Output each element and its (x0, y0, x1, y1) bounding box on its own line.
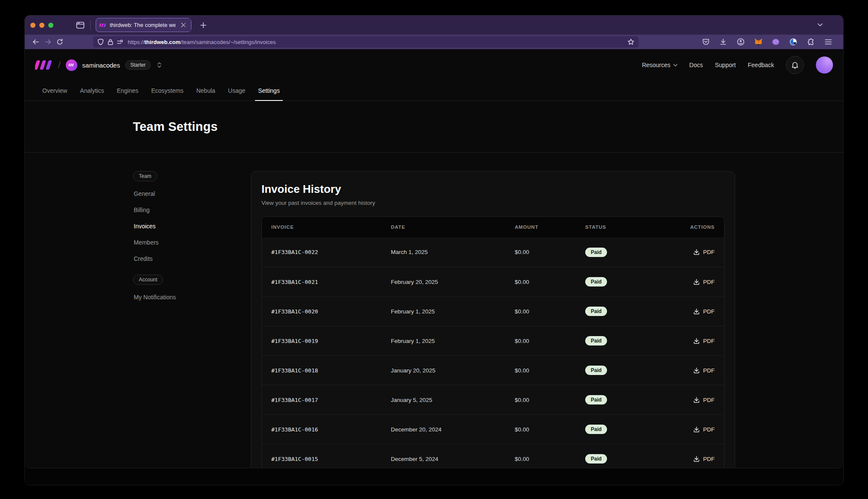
firefox-view-icon[interactable] (74, 19, 87, 32)
forward-icon[interactable] (42, 36, 54, 47)
sidebar-item-invoices[interactable]: Invoices (133, 218, 251, 234)
tracking-protection-shield-icon[interactable] (97, 38, 104, 45)
invoice-amount: $0.00 (505, 308, 576, 315)
sidebar-section-account: Account (133, 275, 163, 285)
invoice-status-cell: Paid (576, 336, 669, 345)
pocket-icon[interactable] (700, 36, 711, 47)
window-controls (30, 23, 53, 28)
invoice-amount: $0.00 (505, 249, 576, 255)
thirdweb-logo[interactable] (35, 60, 53, 70)
invoice-id: #1F33BA1C-0022 (262, 249, 381, 255)
menu-hamburger-icon[interactable] (823, 36, 834, 47)
pdf-label: PDF (703, 367, 715, 374)
connection-secure-lock-icon[interactable] (108, 39, 113, 45)
invoice-date: March 1, 2025 (381, 249, 505, 255)
card-subtitle: View your past invoices and payment hist… (261, 200, 724, 206)
support-link[interactable]: Support (715, 62, 736, 68)
extensions-puzzle-icon[interactable] (805, 36, 816, 47)
reload-icon[interactable] (54, 36, 66, 47)
invoice-date: February 1, 2025 (381, 308, 505, 315)
invoice-status-cell: Paid (576, 425, 669, 434)
browser-toolbar: https://thirdweb.com/team/saminacodes/~/… (25, 35, 843, 49)
invoice-actions-cell: PDF (693, 249, 724, 255)
download-pdf-button[interactable]: PDF (693, 426, 715, 433)
download-pdf-button[interactable]: PDF (693, 249, 715, 255)
sidebar-item-my-notifications[interactable]: My Notifications (133, 289, 251, 305)
download-pdf-button[interactable]: PDF (693, 456, 715, 462)
metamask-extension-icon[interactable] (753, 36, 764, 47)
pdf-label: PDF (703, 249, 715, 255)
new-tab-icon[interactable] (197, 19, 209, 31)
team-switcher-chevrons-icon[interactable] (156, 61, 163, 69)
support-label: Support (715, 62, 736, 68)
minimize-window-button[interactable] (39, 23, 44, 28)
download-pdf-button[interactable]: PDF (693, 338, 715, 344)
zoom-window-button[interactable] (48, 23, 53, 28)
notifications-bell-icon[interactable] (786, 56, 804, 74)
resources-label: Resources (642, 62, 671, 68)
list-tabs-chevron-icon[interactable] (814, 19, 826, 31)
url-bar[interactable]: https://thirdweb.com/team/saminacodes/~/… (93, 36, 639, 47)
resources-menu[interactable]: Resources (642, 62, 677, 68)
tab-analytics[interactable]: Analytics (73, 81, 110, 100)
invoice-status-cell: Paid (576, 277, 669, 286)
tab-overview[interactable]: Overview (36, 81, 73, 100)
close-window-button[interactable] (30, 23, 35, 28)
pdf-label: PDF (703, 279, 715, 285)
purple-extension-icon[interactable] (770, 36, 781, 47)
invoice-amount: $0.00 (505, 279, 576, 285)
sidebar-item-credits[interactable]: Credits (133, 251, 251, 267)
invoice-amount: $0.00 (505, 338, 576, 344)
breadcrumb-separator: / (58, 60, 61, 70)
browser-tab-strip: thirdweb: The complete web3 dev (25, 15, 843, 35)
browser-tab-active[interactable]: thirdweb: The complete web3 dev (96, 18, 191, 32)
table-row: #1F33BA1C-0016 December 20, 2024 $0.00 P… (262, 414, 724, 444)
downloads-icon[interactable] (718, 36, 729, 47)
tab-separator (90, 21, 91, 30)
invoice-status-cell: Paid (576, 366, 669, 375)
invoice-amount: $0.00 (505, 367, 576, 374)
tab-nebula[interactable]: Nebula (190, 81, 221, 100)
tab-usage[interactable]: Usage (222, 81, 252, 100)
user-avatar[interactable] (816, 56, 833, 74)
docs-link[interactable]: Docs (689, 62, 703, 68)
table-row: #1F33BA1C-0020 February 1, 2025 $0.00 Pa… (262, 296, 724, 326)
invoice-history-card: Invoice History View your past invoices … (251, 171, 735, 468)
bookmark-star-icon[interactable] (628, 38, 634, 45)
thirdweb-page: / saminacodes Starter (25, 49, 843, 485)
table-row: #1F33BA1C-0022 March 1, 2025 $0.00 Paid … (262, 237, 724, 267)
feedback-link[interactable]: Feedback (748, 62, 774, 68)
sidebar-section-team: Team (133, 171, 157, 181)
download-pdf-button[interactable]: PDF (693, 397, 715, 403)
sidebar-item-general[interactable]: General (133, 186, 251, 202)
pdf-label: PDF (703, 397, 715, 403)
sidebar-item-billing[interactable]: Billing (133, 202, 251, 218)
invoice-status-cell: Paid (576, 395, 669, 405)
download-pdf-button[interactable]: PDF (693, 279, 715, 285)
invoice-table: INVOICE DATE AMOUNT STATUS ACTIONS #1F33… (261, 216, 724, 468)
tab-settings[interactable]: Settings (252, 81, 286, 100)
pdf-label: PDF (703, 426, 715, 433)
status-badge: Paid (585, 425, 607, 434)
tab-engines[interactable]: Engines (110, 81, 145, 100)
tab-ecosystems[interactable]: Ecosystems (145, 81, 190, 100)
blue-extension-icon[interactable] (788, 36, 799, 47)
invoice-id: #1F33BA1C-0016 (262, 426, 381, 433)
permissions-icon[interactable] (117, 39, 124, 44)
column-date: DATE (381, 224, 505, 230)
account-icon[interactable] (735, 36, 746, 47)
download-icon (693, 308, 700, 315)
column-status: STATUS (576, 224, 669, 230)
download-pdf-button[interactable]: PDF (693, 367, 715, 374)
url-domain: thirdweb.com (144, 39, 181, 45)
table-row: #1F33BA1C-0021 February 20, 2025 $0.00 P… (262, 267, 724, 296)
back-icon[interactable] (30, 36, 42, 47)
sidebar-item-members[interactable]: Members (133, 234, 251, 251)
team-nav-tabs: Overview Analytics Engines Ecosystems Ne… (25, 81, 843, 101)
team-avatar (66, 59, 77, 71)
invoice-actions-cell: PDF (693, 397, 724, 403)
download-pdf-button[interactable]: PDF (693, 308, 715, 315)
window-footer-gap (25, 468, 843, 485)
status-badge: Paid (585, 336, 607, 345)
url-protocol: https:// (128, 39, 144, 45)
